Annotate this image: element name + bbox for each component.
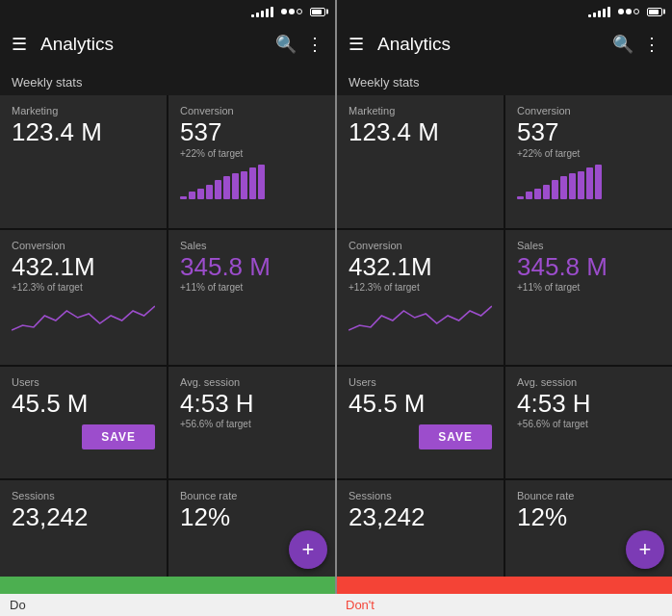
avg-session-card-dont: Avg. session 4:53 H +56.6% of target xyxy=(505,367,672,479)
marketing-value: 123.4 M xyxy=(12,118,155,146)
bottom-bar-do xyxy=(0,577,335,594)
conversion-value-dont: 432.1M xyxy=(349,253,492,281)
avg-session-value-dont: 4:53 H xyxy=(517,390,660,418)
fab-button-dont[interactable]: + xyxy=(626,530,664,569)
weekly-stats-label-do: Weekly stats xyxy=(0,65,335,95)
conversion-top-sub: +22% of target xyxy=(180,148,323,159)
bottom-bar-dont xyxy=(337,577,672,594)
page-title-dont: Analytics xyxy=(377,34,603,55)
users-label: Users xyxy=(12,376,155,388)
conversion-value: 432.1M xyxy=(12,253,155,281)
battery-icon-dont xyxy=(647,8,662,16)
avg-session-sub: +56.6% of target xyxy=(180,419,323,429)
sessions-card: Sessions 23,242 xyxy=(0,480,167,577)
conversion-label-dont: Conversion xyxy=(349,240,492,251)
marketing-card: Marketing 123.4 M xyxy=(0,95,167,228)
users-value: 45.5 M xyxy=(12,390,155,418)
users-card-dont: Users 45.5 M SAVE xyxy=(337,367,504,479)
line-chart-do xyxy=(12,296,155,335)
conversion-sub: +12.3% of target xyxy=(12,282,155,293)
dot3 xyxy=(297,9,302,14)
search-icon[interactable]: 🔍 xyxy=(275,34,297,55)
sales-card-dont: Sales 345.8 M +11% of target xyxy=(505,230,672,365)
page-title-do: Analytics xyxy=(40,34,266,55)
sessions-label: Sessions xyxy=(12,490,155,501)
more-icon-dont[interactable]: ⋮ xyxy=(643,34,660,55)
bounce-value-dont: 12% xyxy=(517,503,660,531)
menu-icon[interactable]: ☰ xyxy=(12,36,27,53)
dot3-dont xyxy=(633,9,639,14)
conversion-top-value-dont: 537 xyxy=(517,118,660,146)
save-button-dont[interactable]: SAVE xyxy=(419,424,492,449)
conversion-label: Conversion xyxy=(12,240,155,251)
status-bar-do xyxy=(0,0,335,23)
conversion-top-card-dont: Conversion 537 +22% of target xyxy=(505,95,672,228)
sales-label-dont: Sales xyxy=(517,240,660,251)
conversion-card-dont: Conversion 432.1M +12.3% of target xyxy=(337,230,504,365)
save-button-do[interactable]: SAVE xyxy=(82,424,155,449)
menu-icon-dont[interactable]: ☰ xyxy=(349,36,364,53)
bounce-card: Bounce rate 12% + xyxy=(168,480,335,577)
conversion-top-label-dont: Conversion xyxy=(517,105,660,116)
sessions-value-dont: 23,242 xyxy=(349,503,492,531)
conversion-top-sub-dont: +22% of target xyxy=(517,148,660,159)
sales-sub: +11% of target xyxy=(180,282,323,293)
sessions-card-dont: Sessions 23,242 xyxy=(337,480,504,577)
bounce-label: Bounce rate xyxy=(180,490,323,501)
conversion-top-label: Conversion xyxy=(180,105,323,116)
avg-session-sub-dont: +56.6% of target xyxy=(517,419,660,429)
dot1-dont xyxy=(618,9,624,14)
marketing-card-dont: Marketing 123.4 M xyxy=(337,95,504,228)
battery-icon xyxy=(310,8,325,16)
do-label: Do xyxy=(0,594,336,616)
marketing-label-dont: Marketing xyxy=(349,105,492,116)
search-icon-dont[interactable]: 🔍 xyxy=(612,34,633,55)
bounce-value: 12% xyxy=(180,503,323,531)
bounce-label-dont: Bounce rate xyxy=(517,490,660,501)
dot1 xyxy=(281,9,287,14)
conversion-sub-dont: +12.3% of target xyxy=(349,282,492,293)
conversion-top-card: Conversion 537 +22% of target xyxy=(168,95,335,228)
dont-label: Don't xyxy=(336,594,672,616)
avg-session-value: 4:53 H xyxy=(180,390,323,418)
bar-chart-dont xyxy=(517,165,660,199)
bar-chart-do xyxy=(180,165,323,199)
conversion-card: Conversion 432.1M +12.3% of target xyxy=(0,230,167,365)
top-bar-do: ☰ Analytics 🔍 ⋮ xyxy=(0,23,335,65)
sales-sub-dont: +11% of target xyxy=(517,282,660,293)
users-label-dont: Users xyxy=(349,376,492,388)
sessions-value: 23,242 xyxy=(12,503,155,531)
avg-session-label: Avg. session xyxy=(180,376,323,388)
bounce-card-dont: Bounce rate 12% + xyxy=(505,480,672,577)
users-card: Users 45.5 M SAVE xyxy=(0,367,167,479)
avg-session-label-dont: Avg. session xyxy=(517,376,660,388)
marketing-label: Marketing xyxy=(12,105,155,116)
marketing-value-dont: 123.4 M xyxy=(349,118,492,146)
stats-grid-dont: Marketing 123.4 M Conversion 537 +22% of… xyxy=(337,95,672,577)
do-panel: ☰ Analytics 🔍 ⋮ Weekly stats Marketing 1… xyxy=(0,0,335,594)
fab-button-do[interactable]: + xyxy=(289,530,327,569)
sales-value-dont: 345.8 M xyxy=(517,253,660,281)
status-bar-dont xyxy=(337,0,672,23)
signal-icon-dont xyxy=(588,6,610,17)
avg-session-card: Avg. session 4:53 H +56.6% of target xyxy=(168,367,335,479)
line-chart-dont xyxy=(349,296,492,335)
dont-panel: ☰ Analytics 🔍 ⋮ Weekly stats Marketing 1… xyxy=(337,0,672,594)
sales-card: Sales 345.8 M +11% of target xyxy=(168,230,335,365)
signal-icon xyxy=(251,6,273,17)
more-icon[interactable]: ⋮ xyxy=(306,34,323,55)
conversion-top-value: 537 xyxy=(180,118,323,146)
weekly-stats-label-dont: Weekly stats xyxy=(337,65,672,95)
sales-label: Sales xyxy=(180,240,323,251)
top-bar-dont: ☰ Analytics 🔍 ⋮ xyxy=(337,23,672,65)
dot2 xyxy=(289,9,295,14)
users-value-dont: 45.5 M xyxy=(349,390,492,418)
stats-grid-do: Marketing 123.4 M Conversion 537 +22% of… xyxy=(0,95,335,577)
sales-value: 345.8 M xyxy=(180,253,323,281)
dot2-dont xyxy=(626,9,632,14)
labels-row: Do Don't xyxy=(0,594,672,616)
sessions-label-dont: Sessions xyxy=(349,490,492,501)
